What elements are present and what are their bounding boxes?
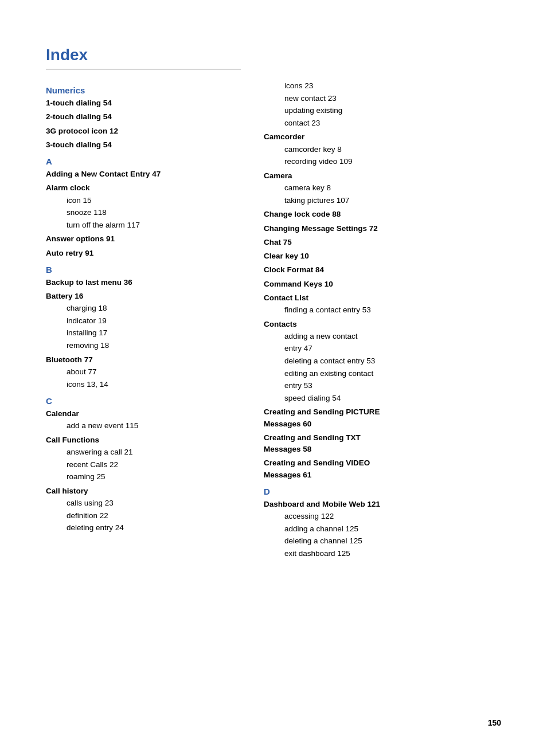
index-entry-sub: entry 53 bbox=[264, 379, 501, 392]
section-letter: Numerics bbox=[46, 85, 241, 95]
index-entry-sub: finding a contact entry 53 bbox=[264, 304, 501, 316]
index-entry-main-cont: Messages 60 bbox=[264, 418, 501, 430]
index-entry-main: Change lock code 88 bbox=[264, 209, 501, 220]
index-entry-main: 3-touch dialing 54 bbox=[46, 139, 241, 151]
index-entry-sub: taking pictures 107 bbox=[264, 194, 501, 207]
index-entry-main: 3G protocol icon 12 bbox=[46, 126, 241, 137]
index-entry-main: Calendar bbox=[46, 408, 241, 420]
index-entry-sub: updating existing bbox=[264, 104, 501, 117]
index-entry-main: Contact List bbox=[264, 292, 501, 304]
index-entry-sub: speed dialing 54 bbox=[264, 392, 501, 405]
index-entry-main: Clear key 10 bbox=[264, 250, 501, 262]
left-column: Numerics1-touch dialing 542-touch dialin… bbox=[46, 80, 241, 534]
index-entry-sub: recent Calls 22 bbox=[46, 459, 241, 471]
index-entry-sub: calls using 23 bbox=[46, 497, 241, 510]
index-entry-main: Command Keys 10 bbox=[264, 279, 501, 290]
index-entry-main: Backup to last menu 36 bbox=[46, 277, 241, 288]
index-entry-main: Answer options 91 bbox=[46, 233, 241, 245]
index-entry-sub: installing 17 bbox=[46, 327, 241, 339]
index-entry-sub: indicator 19 bbox=[46, 315, 241, 327]
page-title: Index bbox=[46, 46, 501, 64]
index-entry-main: Camcorder bbox=[264, 131, 501, 143]
section-letter: B bbox=[46, 265, 241, 275]
index-entry-sub: exit dashboard 125 bbox=[264, 547, 501, 560]
index-entry-sub: entry 47 bbox=[264, 342, 501, 355]
content-columns: Numerics1-touch dialing 542-touch dialin… bbox=[46, 80, 501, 560]
index-entry-sub: charging 18 bbox=[46, 302, 241, 315]
index-entry-sub: accessing 122 bbox=[264, 510, 501, 523]
index-entry-main: Adding a New Contact Entry 47 bbox=[46, 169, 241, 180]
index-entry-main: 1-touch dialing 54 bbox=[46, 97, 241, 109]
index-entry-sub: icon 15 bbox=[46, 194, 241, 207]
index-entry-sub: camera key 8 bbox=[264, 182, 501, 194]
index-entry-sub: snooze 118 bbox=[46, 206, 241, 219]
index-entry-sub: turn off the alarm 117 bbox=[46, 219, 241, 232]
index-entry-sub: about 77 bbox=[46, 366, 241, 378]
index-entry-main: Creating and Sending VIDEO bbox=[264, 457, 501, 469]
index-entry-main: Bluetooth 77 bbox=[46, 354, 241, 366]
index-entry-main-cont: Messages 58 bbox=[264, 444, 501, 455]
index-entry-main: Creating and Sending TXT bbox=[264, 432, 501, 444]
page-number: 150 bbox=[488, 718, 501, 727]
index-entry-main: Creating and Sending PICTURE bbox=[264, 406, 501, 418]
section-letter: D bbox=[264, 487, 501, 496]
index-entry-main: Alarm clock bbox=[46, 182, 241, 194]
divider bbox=[46, 69, 241, 69]
index-entry-sub: contact 23 bbox=[264, 117, 501, 130]
index-entry-main: Battery 16 bbox=[46, 291, 241, 302]
index-entry-main: Camera bbox=[264, 170, 501, 182]
index-entry-main: Dashboard and Mobile Web 121 bbox=[264, 499, 501, 510]
section-letter: A bbox=[46, 156, 241, 166]
index-entry-sub: roaming 25 bbox=[46, 471, 241, 483]
index-entry-sub: recording video 109 bbox=[264, 155, 501, 168]
index-entry-main: 2-touch dialing 54 bbox=[46, 111, 241, 123]
index-entry-sub: icons 13, 14 bbox=[46, 378, 241, 391]
index-entry-sub: deleting a contact entry 53 bbox=[264, 355, 501, 367]
index-entry-sub: removing 18 bbox=[46, 339, 241, 352]
index-entry-sub: adding a new contact bbox=[264, 330, 501, 343]
index-entry-main: Chat 75 bbox=[264, 237, 501, 248]
index-entry-sub: new contact 23 bbox=[264, 92, 501, 105]
index-entry-main: Clock Format 84 bbox=[264, 264, 501, 276]
index-entry-sub: definition 22 bbox=[46, 510, 241, 522]
index-entry-main: Contacts bbox=[264, 319, 501, 330]
index-entry-main: Changing Message Settings 72 bbox=[264, 223, 501, 234]
index-entry-sub: adding a channel 125 bbox=[264, 523, 501, 535]
index-entry-sub: answering a call 21 bbox=[46, 446, 241, 459]
index-entry-main: Auto retry 91 bbox=[46, 248, 241, 259]
index-entry-sub: deleting entry 24 bbox=[46, 522, 241, 534]
index-entry-sub: camcorder key 8 bbox=[264, 143, 501, 156]
index-entry-main: Call history bbox=[46, 485, 241, 497]
section-letter: C bbox=[46, 396, 241, 406]
index-entry-sub: icons 23 bbox=[264, 80, 501, 92]
index-entry-main: Call Functions bbox=[46, 434, 241, 446]
index-entry-sub: editing an existing contact bbox=[264, 367, 501, 380]
page: Index Numerics1-touch dialing 542-touch … bbox=[0, 0, 547, 756]
index-entry-sub: deleting a channel 125 bbox=[264, 535, 501, 547]
right-column: icons 23new contact 23updating existingc… bbox=[264, 80, 501, 560]
index-entry-sub: add a new event 115 bbox=[46, 420, 241, 432]
index-entry-main-cont: Messages 61 bbox=[264, 469, 501, 481]
